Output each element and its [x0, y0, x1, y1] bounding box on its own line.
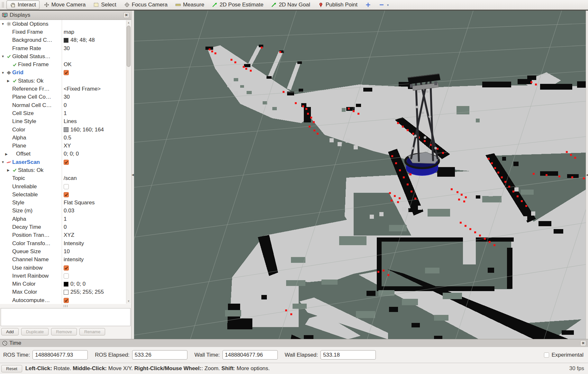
tree-row[interactable]: Invert Rainbow: [0, 272, 131, 280]
icon-spacer: [6, 143, 12, 148]
scroll-down-icon[interactable]: ▼: [126, 299, 131, 304]
property-label: Autocompute…: [12, 297, 50, 304]
color-swatch[interactable]: [64, 127, 68, 132]
tree-row[interactable]: Use rainbow: [0, 264, 131, 272]
toolbar-button-2d-pose-estimate[interactable]: 2D Pose Estimate: [208, 0, 267, 9]
tree-row[interactable]: Background C…48; 48; 48: [0, 36, 131, 44]
color-swatch[interactable]: [64, 290, 68, 295]
property-checkbox[interactable]: [64, 70, 69, 75]
tree-scrollbar[interactable]: ▲ ▼: [126, 20, 131, 304]
panel-splitter[interactable]: ◀: [131, 11, 134, 339]
3d-viewport[interactable]: ◀: [134, 11, 588, 339]
expander-closed-icon[interactable]: ▶: [7, 79, 12, 83]
icon-spacer: [6, 249, 12, 254]
tree-row[interactable]: Selectable: [0, 191, 131, 199]
tree-row[interactable]: Color Transfo…Intensity: [0, 239, 131, 247]
tree-row[interactable]: Fixed Framemap: [0, 28, 131, 36]
remove-button[interactable]: Remove: [51, 328, 77, 335]
tree-row[interactable]: Queue Size10: [0, 247, 131, 255]
toolbar-button-publish-point[interactable]: Publish Point: [314, 0, 361, 9]
color-swatch[interactable]: [64, 282, 68, 287]
tree-row[interactable]: Fixed FrameOK: [0, 60, 131, 68]
tree-row[interactable]: Topic/scan: [0, 174, 131, 183]
toolbar-grip[interactable]: [2, 2, 5, 8]
toolbar-button-minus[interactable]: ▾: [375, 1, 392, 9]
toolbar-button-interact[interactable]: Interact: [6, 0, 40, 9]
property-checkbox[interactable]: [64, 160, 69, 165]
tree-row[interactable]: Reference Fr…<Fixed Frame>: [0, 85, 131, 93]
dropdown-caret-icon[interactable]: ▾: [387, 3, 389, 7]
tree-row[interactable]: Unreliable: [0, 183, 131, 191]
rename-button[interactable]: Rename: [79, 328, 105, 335]
property-checkbox[interactable]: [64, 273, 69, 279]
expander-open-icon[interactable]: ▼: [1, 55, 6, 58]
tree-row[interactable]: Min Color0; 0; 0: [0, 280, 131, 288]
expander-closed-icon[interactable]: ▶: [5, 152, 10, 156]
displays-close-icon[interactable]: ✖: [123, 12, 129, 18]
property-checkbox[interactable]: [64, 298, 69, 303]
tree-row[interactable]: Position Tran…XYZ: [0, 231, 131, 239]
property-value: 0; 0; 0: [64, 151, 79, 157]
tree-row[interactable]: Size (m)0.03: [0, 207, 131, 215]
add-button[interactable]: Add: [1, 328, 19, 335]
wall-time-input[interactable]: [222, 350, 278, 360]
tree-row[interactable]: Channel Nameintensity: [0, 256, 131, 264]
tree-row[interactable]: PlaneXY: [0, 142, 131, 150]
toolbar-button-measure[interactable]: Measure: [172, 0, 208, 9]
tree-row[interactable]: ▼LaserScan: [0, 158, 131, 166]
tree-row[interactable]: ▶Status: Ok: [0, 166, 131, 174]
tree-row[interactable]: ▶Offset0; 0; 0: [0, 150, 131, 158]
toolbar-button-2d-nav-goal[interactable]: 2D Nav Goal: [267, 0, 313, 9]
rviz-window: InteractMove CameraSelectFocus CameraMea…: [0, 0, 588, 374]
nav-arrow-icon: [271, 2, 277, 8]
icon-spacer: [6, 281, 12, 287]
time-close-icon[interactable]: ✖: [580, 340, 586, 346]
property-checkbox[interactable]: [64, 192, 69, 197]
tree-row[interactable]: Decay Time0: [0, 223, 131, 231]
reset-button[interactable]: Reset: [1, 365, 22, 372]
ros-time-input[interactable]: [32, 350, 88, 360]
tree-row[interactable]: ▼Global Status…: [0, 52, 131, 60]
property-label: Invert Rainbow: [12, 273, 49, 279]
tree-row[interactable]: Frame Rate30: [0, 44, 131, 52]
scroll-thumb[interactable]: [127, 26, 131, 67]
icon-spacer: [6, 176, 12, 181]
tree-row[interactable]: Max Color255; 255; 255: [0, 288, 131, 296]
tree-row[interactable]: Alpha1: [0, 215, 131, 223]
focus-icon: [124, 2, 130, 8]
tree-row[interactable]: Plane Cell Co…30: [0, 93, 131, 101]
measure-icon: [175, 2, 181, 8]
tree-row[interactable]: ▼Global Options: [0, 20, 131, 28]
right-panel-splitter[interactable]: ◀: [586, 11, 588, 339]
duplicate-button[interactable]: Duplicate: [21, 328, 49, 335]
tree-row[interactable]: Color160; 160; 164: [0, 126, 131, 134]
collapse-right-icon[interactable]: ◀: [586, 174, 588, 176]
experimental-checkbox[interactable]: [544, 352, 549, 358]
scroll-up-icon[interactable]: ▲: [126, 20, 131, 25]
property-label: Status: Ok: [18, 167, 43, 174]
color-swatch[interactable]: [64, 38, 68, 43]
toolbar-button-move-camera[interactable]: Move Camera: [40, 0, 89, 9]
tree-row[interactable]: Normal Cell C…0: [0, 101, 131, 109]
wall-elapsed-input[interactable]: [321, 350, 376, 360]
tree-row[interactable]: Cell Size1: [0, 109, 131, 117]
expander-open-icon[interactable]: ▼: [1, 71, 6, 75]
toolbar-button-focus-camera[interactable]: Focus Camera: [121, 0, 171, 9]
expander-open-icon[interactable]: ▼: [1, 22, 6, 26]
tree-row[interactable]: ▼Grid: [0, 69, 131, 77]
clock-icon: [2, 340, 8, 346]
collapse-left-icon[interactable]: ◀: [132, 173, 134, 176]
property-checkbox[interactable]: [64, 184, 69, 189]
expander-closed-icon[interactable]: ▶: [7, 168, 12, 172]
tree-row[interactable]: Autocompute…: [0, 296, 131, 304]
toolbar-button-select[interactable]: Select: [90, 0, 120, 9]
property-checkbox[interactable]: [64, 265, 69, 271]
tree-row[interactable]: Line StyleLines: [0, 118, 131, 126]
ros-elapsed-input[interactable]: [132, 350, 187, 360]
tree-row[interactable]: Alpha0.5: [0, 134, 131, 142]
expander-open-icon[interactable]: ▼: [1, 160, 6, 164]
tree-resize-grip[interactable]: [0, 304, 131, 308]
toolbar-button-plus[interactable]: [362, 1, 375, 9]
tree-row[interactable]: StyleFlat Squares: [0, 199, 131, 207]
tree-row[interactable]: ▶Status: Ok: [0, 77, 131, 85]
